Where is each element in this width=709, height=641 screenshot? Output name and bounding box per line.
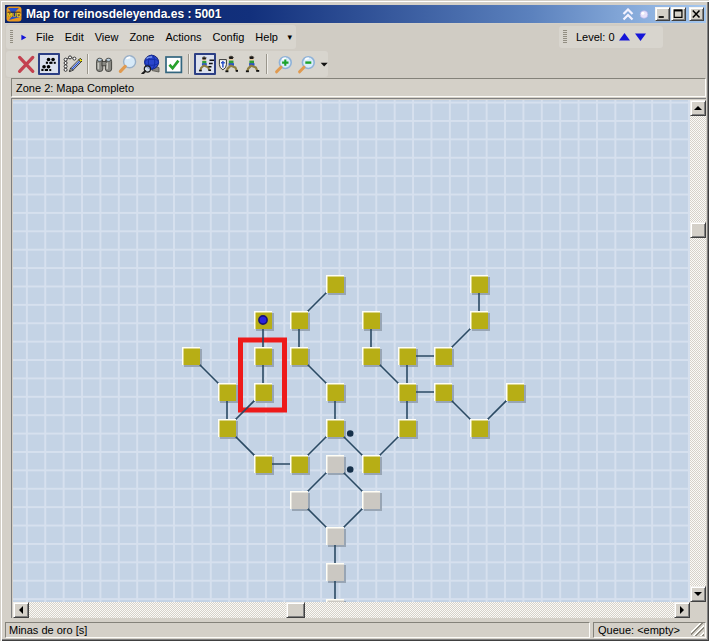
map-room-yellow[interactable]	[218, 419, 236, 437]
map-room-yellow[interactable]	[398, 383, 416, 401]
map-room-yellow[interactable]	[470, 419, 488, 437]
scrollbar-corner	[690, 602, 707, 619]
menu-item-actions[interactable]: Actions	[160, 28, 207, 46]
map-room-yellow[interactable]	[254, 383, 272, 401]
sphere-icon[interactable]	[639, 8, 649, 21]
left-arrow-icon	[15, 606, 23, 614]
horizontal-scroll-thumb[interactable]	[286, 602, 305, 618]
map-room-yellow[interactable]	[290, 311, 308, 329]
zoom-in-button[interactable]	[272, 53, 294, 75]
map-room-yellow[interactable]	[470, 311, 488, 329]
level-down-button[interactable]	[634, 32, 647, 42]
map-drawing	[13, 100, 690, 602]
binoculars-icon	[94, 54, 114, 74]
safe-walk-button[interactable]	[217, 53, 239, 75]
map-room-yellow[interactable]	[254, 347, 272, 365]
menu-bar: FileEditViewZoneActionsConfigHelp ▾ Leve…	[5, 24, 706, 50]
edit-map-button[interactable]	[61, 53, 83, 75]
status-queue-text: Queue: <empty>	[598, 624, 680, 636]
map-room-yellow[interactable]	[326, 419, 344, 437]
show-rooms-button[interactable]	[38, 53, 60, 75]
level-toolbar: Level: 0	[559, 26, 663, 48]
room-dots-icon	[40, 54, 58, 74]
minimize-button[interactable]	[655, 7, 670, 21]
search-world-button[interactable]	[139, 53, 161, 75]
map-room-yellow[interactable]	[398, 347, 416, 365]
map-room-yellow[interactable]	[254, 455, 272, 473]
menu-grip-handle[interactable]	[10, 30, 13, 44]
horizontal-scrollbar[interactable]	[13, 602, 690, 618]
map-room-yellow[interactable]	[218, 383, 236, 401]
pencil-nodes-icon	[62, 54, 82, 74]
map-room-yellow[interactable]	[434, 347, 452, 365]
menu-item-help[interactable]: Help	[250, 28, 284, 46]
walker-shield-icon	[218, 54, 238, 74]
toolbar-separator	[266, 54, 267, 74]
map-canvas[interactable]	[13, 100, 690, 602]
search-room-button[interactable]	[116, 53, 138, 75]
status-room-panel: Minas de oro [s]	[5, 622, 590, 638]
menu-item-config[interactable]: Config	[207, 28, 250, 46]
speedwalk-button[interactable]	[194, 53, 216, 75]
map-room-yellow[interactable]	[434, 383, 452, 401]
map-room-yellow[interactable]	[290, 347, 308, 365]
map-room-yellow[interactable]	[362, 311, 380, 329]
resize-grip[interactable]	[691, 623, 704, 636]
zone-bar: Zone 2: Mapa Completo	[11, 78, 706, 97]
map-room-yellow[interactable]	[362, 455, 380, 473]
map-room-gray[interactable]	[326, 527, 344, 545]
menu-item-zone[interactable]: Zone	[124, 28, 160, 46]
zoom-options-button[interactable]	[319, 53, 329, 75]
map-room-yellow[interactable]	[506, 383, 524, 401]
player-position-marker	[259, 316, 267, 324]
scroll-left-button[interactable]	[13, 602, 29, 618]
title-bar[interactable]: MUD Map for reinosdeleyenda.es : 5001	[5, 5, 706, 23]
zoom-out-icon	[296, 54, 316, 74]
vertical-scrollbar[interactable]	[690, 100, 706, 602]
vertical-scroll-thumb[interactable]	[690, 222, 706, 238]
zoom-out-button[interactable]	[295, 53, 317, 75]
room-marker-dot	[347, 430, 354, 437]
status-bar: Minas de oro [s] Queue: <empty>	[5, 620, 706, 638]
mud-app-icon: MUD	[6, 6, 22, 22]
map-room-yellow[interactable]	[398, 419, 416, 437]
globe-search-icon	[140, 54, 160, 74]
level-grip-handle[interactable]	[563, 30, 567, 44]
room-marker-dot	[347, 466, 354, 473]
map-room-gray[interactable]	[326, 563, 344, 581]
map-room-yellow[interactable]	[362, 347, 380, 365]
walker-lines-icon	[196, 54, 214, 74]
menu-item-view[interactable]: View	[89, 28, 124, 46]
map-room-gray[interactable]	[326, 455, 344, 473]
minimize-icon	[656, 8, 669, 20]
menu-item-file[interactable]: File	[31, 28, 60, 46]
map-room-gray[interactable]	[290, 491, 308, 509]
collapse-chevron-icon[interactable]	[622, 8, 634, 21]
right-arrow-icon	[680, 606, 688, 614]
map-room-yellow[interactable]	[182, 347, 200, 365]
menu-item-edit[interactable]: Edit	[59, 28, 89, 46]
maximize-icon	[672, 8, 685, 20]
map-room-yellow[interactable]	[470, 275, 488, 293]
scroll-right-button[interactable]	[674, 602, 690, 618]
map-room-yellow[interactable]	[326, 275, 344, 293]
map-room-yellow[interactable]	[290, 455, 308, 473]
map-room-yellow[interactable]	[326, 383, 344, 401]
confirm-button[interactable]	[162, 53, 184, 75]
toolbar-separator	[188, 54, 189, 74]
menu-overflow-icon[interactable]: ▾	[283, 32, 296, 42]
up-arrow-icon	[694, 102, 702, 110]
menu-play-icon[interactable]	[21, 33, 27, 42]
scroll-down-button[interactable]	[690, 586, 706, 602]
maximize-button[interactable]	[671, 7, 686, 21]
scroll-up-button[interactable]	[690, 100, 706, 116]
map-room-gray[interactable]	[362, 491, 380, 509]
delete-button[interactable]	[15, 53, 37, 75]
close-icon	[690, 8, 703, 20]
walk-button[interactable]	[240, 53, 262, 75]
red-x-icon	[16, 54, 36, 74]
level-up-button[interactable]	[618, 32, 631, 42]
find-button[interactable]	[93, 53, 115, 75]
window-title: Map for reinosdeleyenda.es : 5001	[26, 7, 221, 21]
close-button[interactable]	[689, 7, 704, 21]
